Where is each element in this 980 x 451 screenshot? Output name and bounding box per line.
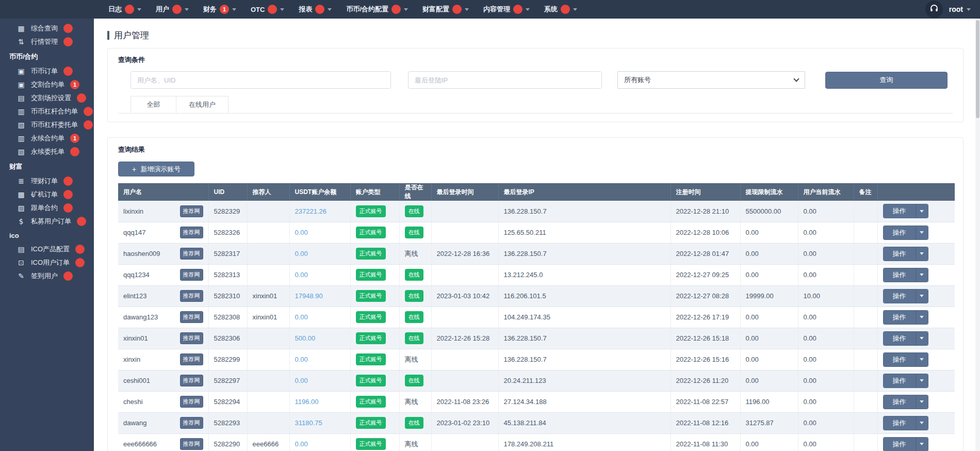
action-dropdown-button[interactable] [916, 226, 928, 239]
last-login-ip-input[interactable] [408, 71, 602, 89]
query-section-title: 查询条件 [118, 55, 953, 65]
usdt-balance-link[interactable]: 0.00 [295, 377, 308, 384]
sidebar-item[interactable]: ▧ 币币杠杆委托单 [0, 118, 94, 132]
action-dropdown-button[interactable] [916, 395, 928, 409]
register-time-cell: 2022-11-08 22:57 [671, 391, 740, 412]
sidebar-item[interactable]: ▦ 综合查询 [0, 22, 94, 35]
referral-network-button[interactable]: 推荐网 [180, 248, 203, 260]
sidebar-item[interactable]: ▥ 永续合约单 1 [0, 132, 94, 145]
account-type-select[interactable]: 所有账号 [617, 71, 805, 89]
action-button[interactable]: 操作 [884, 247, 916, 261]
nav-menu-item[interactable]: OTC [243, 0, 291, 19]
action-button[interactable]: 操作 [884, 395, 916, 409]
usdt-balance-link[interactable]: 31180.75 [295, 419, 322, 427]
action-dropdown-button[interactable] [916, 438, 928, 451]
usdt-balance-link[interactable]: 17948.90 [295, 292, 323, 300]
action-button[interactable]: 操作 [884, 438, 916, 451]
usdt-balance-link[interactable]: 0.00 [295, 356, 308, 363]
sidebar-item[interactable]: ▤ 交割场控设置 [0, 91, 94, 105]
online-status-cell: 在线 [399, 370, 431, 391]
referral-network-button[interactable]: 推荐网 [180, 290, 203, 302]
sidebar-item[interactable]: ⇅ 行情管理 [0, 35, 94, 49]
referral-network-button[interactable]: 推荐网 [180, 332, 203, 344]
page-scrollbar[interactable] [975, 19, 980, 451]
referral-network-button[interactable]: 推荐网 [180, 417, 203, 429]
referral-network-button[interactable]: 推荐网 [180, 205, 203, 217]
action-dropdown-button[interactable] [916, 353, 928, 366]
referral-network-button[interactable]: 推荐网 [180, 438, 203, 450]
action-button[interactable]: 操作 [884, 332, 916, 345]
usdt-balance-link[interactable]: 237221.26 [295, 207, 326, 215]
action-button[interactable]: 操作 [884, 289, 916, 303]
search-button[interactable]: 查询 [825, 72, 948, 89]
add-demo-account-button[interactable]: + 新增演示账号 [118, 162, 194, 176]
action-dropdown-button[interactable] [916, 268, 928, 282]
sidebar-item[interactable]: ▤ ICO产品配置 [0, 243, 94, 256]
action-button-group: 操作 [883, 225, 928, 240]
sidebar-item[interactable]: ≣ 理财订单 [0, 174, 94, 188]
nav-menu-item[interactable]: 币币/合约配置 [339, 0, 415, 19]
referral-network-button[interactable]: 推荐网 [180, 353, 203, 365]
usdt-balance-link[interactable]: 1196.00 [295, 398, 319, 406]
withdraw-limit-flow-cell: 31275.87 [740, 412, 798, 433]
referral-network-button[interactable]: 推荐网 [180, 375, 203, 386]
sidebar-item[interactable]: ▥ 币币杠杆合约单 [0, 105, 94, 118]
scrollbar-thumb[interactable] [976, 20, 979, 118]
sidebar-item[interactable]: ✎ 签到用户 [0, 269, 94, 283]
action-dropdown-button[interactable] [916, 416, 928, 430]
sidebar-item[interactable]: ▨ 跟单合约 [0, 201, 94, 215]
sidebar-item[interactable]: ▧ 永续委托单 [0, 145, 94, 158]
usdt-balance-link[interactable]: 0.00 [295, 313, 308, 321]
nav-menu-item[interactable]: 财富配置 [415, 0, 476, 19]
table-header: 用户名UID推荐人USDT账户余额账户类型是否在线最后登录时间最后登录IP注册时… [118, 183, 955, 201]
online-status-cell: 在线 [399, 328, 431, 349]
nav-menu-item[interactable]: 日志 [101, 0, 149, 19]
usdt-balance-link[interactable]: 0.00 [295, 271, 308, 279]
action-button-group: 操作 [883, 204, 928, 218]
usdt-balance-link[interactable]: 0.00 [295, 229, 308, 236]
referral-network-button[interactable]: 推荐网 [180, 269, 203, 281]
action-button[interactable]: 操作 [884, 353, 916, 366]
chevron-down-icon [328, 8, 332, 11]
action-dropdown-button[interactable] [916, 289, 928, 303]
action-dropdown-button[interactable] [916, 374, 928, 388]
nav-menu-item[interactable]: 财务 1 [196, 0, 243, 19]
referral-network-button[interactable]: 推荐网 [180, 396, 203, 408]
sidebar-item[interactable]: ▩ 矿机订单 [0, 188, 94, 201]
referral-network-button[interactable]: 推荐网 [180, 227, 203, 238]
table-row: eee666666 推荐网 5282290 eee6666 0.00 正式账号 … [118, 433, 955, 451]
action-button[interactable]: 操作 [884, 204, 916, 218]
usdt-balance-link[interactable]: 0.00 [295, 440, 308, 448]
action-button[interactable]: 操作 [884, 374, 916, 388]
select-value: 所有账号 [624, 75, 651, 85]
action-dropdown-button[interactable] [916, 247, 928, 261]
uid-cell: 5282290 [208, 433, 247, 451]
nav-menu-item[interactable]: 报表 [291, 0, 339, 19]
tab-all[interactable]: 全部 [130, 96, 176, 113]
referral-network-button[interactable]: 推荐网 [180, 311, 203, 323]
referrer-cell [247, 370, 289, 391]
action-dropdown-button[interactable] [916, 204, 928, 218]
sidebar-item[interactable]: ▣ 交割合约单 1 [0, 78, 94, 91]
nav-menu-item[interactable]: 系统 [537, 0, 584, 19]
action-button[interactable]: 操作 [884, 311, 916, 324]
usdt-balance-link[interactable]: 0.00 [295, 250, 308, 257]
account-type-badge: 正式账号 [356, 396, 386, 408]
sidebar-item[interactable]: ⊡ ICO用户订单 [0, 256, 94, 269]
user-menu[interactable]: root [949, 5, 971, 13]
usdt-balance-link[interactable]: 500.00 [295, 334, 316, 342]
action-button[interactable]: 操作 [884, 416, 916, 430]
username-uid-input[interactable] [130, 71, 391, 89]
action-dropdown-button[interactable] [916, 332, 928, 345]
nav-menu-item[interactable]: 内容管理 [476, 0, 537, 19]
current-flow-cell: 0.00 [798, 328, 854, 349]
nav-menu-item[interactable]: 用户 [149, 0, 196, 19]
sidebar-item[interactable]: ▣ 币币订单 [0, 65, 94, 78]
action-dropdown-button[interactable] [916, 311, 928, 324]
action-button[interactable]: 操作 [884, 226, 916, 239]
action-button[interactable]: 操作 [884, 268, 916, 282]
support-button[interactable] [925, 1, 943, 18]
title-accent-bar [107, 31, 109, 40]
sidebar-item[interactable]: $ 私募用户订单 [0, 215, 94, 228]
tab-online-users[interactable]: 在线用户 [176, 96, 228, 113]
